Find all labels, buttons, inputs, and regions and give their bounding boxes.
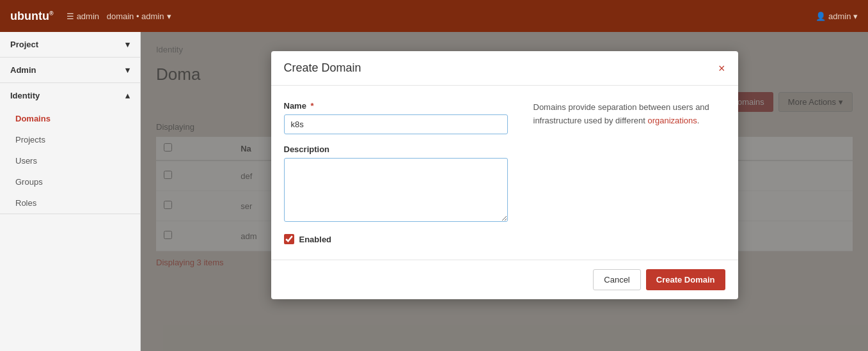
description-label: Description [284,144,508,154]
cancel-button[interactable]: Cancel [593,269,640,290]
modal-header: Create Domain × [271,51,738,86]
breadcrumb-dropdown-icon[interactable]: ▾ [167,12,171,21]
sidebar-admin-label: Admin [10,65,36,75]
logo: ubuntu® [10,10,54,23]
name-label: Name * [284,101,508,111]
sidebar: Project ▾ Admin ▾ Identity ▴ Domains Pro… [0,32,141,351]
sidebar-admin-arrow: ▾ [125,65,130,75]
nav-icon: ☰ [67,12,74,21]
logo-sup: ® [49,10,54,17]
modal-footer: Cancel Create Domain [271,260,738,299]
sidebar-item-roles[interactable]: Roles [0,192,140,214]
breadcrumb-domain: domain • admin [107,12,164,21]
create-domain-modal: Create Domain × Name * Descript [271,51,738,299]
description-textarea[interactable] [284,158,508,222]
topnav-breadcrumb[interactable]: ☰ admin domain • admin ▾ [67,12,171,21]
modal-form: Name * Description Enabled [284,101,508,244]
user-icon: 👤 [816,12,826,21]
modal-title: Create Domain [284,61,361,75]
form-group-description: Description [284,144,508,224]
sidebar-item-domains[interactable]: Domains [0,108,140,129]
sidebar-project-label: Project [10,40,38,49]
modal-overlay: Create Domain × Name * Descript [141,32,868,351]
sidebar-section-admin: Admin ▾ [0,58,140,83]
breadcrumb-separator [102,12,104,21]
enabled-group: Enabled [284,234,508,244]
sidebar-item-users[interactable]: Users [0,150,140,171]
sidebar-section-identity: Identity ▴ Domains Projects Users Groups… [0,83,140,214]
hint-text: Domains provide separation between users… [533,102,709,125]
sidebar-identity-header[interactable]: Identity ▴ [0,83,140,108]
sidebar-project-header[interactable]: Project ▾ [0,32,140,57]
breadcrumb-admin: admin [77,12,99,21]
name-required: * [311,101,314,111]
modal-close-button[interactable]: × [718,63,725,74]
main-content: Identity Doma Delete Domains More Action… [141,32,868,351]
form-group-name: Name * [284,101,508,134]
sidebar-admin-header[interactable]: Admin ▾ [0,58,140,82]
sidebar-item-groups[interactable]: Groups [0,171,140,192]
enabled-label: Enabled [299,235,332,244]
sidebar-identity-arrow: ▴ [125,91,130,100]
sidebar-identity-label: Identity [10,91,40,100]
layout: Project ▾ Admin ▾ Identity ▴ Domains Pro… [0,32,868,351]
sidebar-section-project: Project ▾ [0,32,140,58]
modal-hint: Domains provide separation between users… [533,101,725,244]
sidebar-project-arrow: ▾ [125,40,130,49]
create-domain-button[interactable]: Create Domain [646,269,725,290]
topnav-right[interactable]: 👤 admin ▾ [816,12,858,21]
modal-body: Name * Description Enabled [271,86,738,260]
name-input[interactable] [284,114,508,134]
user-dropdown-icon[interactable]: ▾ [853,12,858,21]
topnav-left: ubuntu® ☰ admin domain • admin ▾ [10,10,171,23]
user-label: admin [828,12,851,21]
topnav: ubuntu® ☰ admin domain • admin ▾ 👤 admin… [0,0,868,32]
sidebar-item-projects[interactable]: Projects [0,129,140,150]
hint-link[interactable]: organizations [647,116,697,125]
enabled-checkbox[interactable] [284,234,294,244]
